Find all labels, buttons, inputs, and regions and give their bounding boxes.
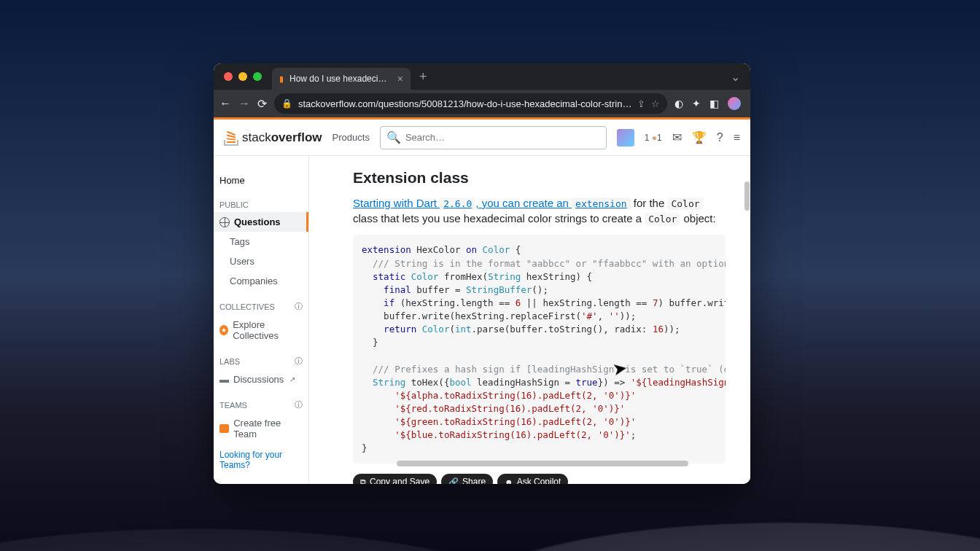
sidebar-labs-label: LABSⓘ bbox=[214, 345, 308, 370]
forward-button[interactable]: → bbox=[238, 97, 250, 110]
page-viewport: stackoverflow Products 🔍 1 ●1 ✉ 🏆 ? ≡ Ho… bbox=[214, 117, 750, 484]
minimize-window-button[interactable] bbox=[238, 72, 247, 81]
globe-icon bbox=[219, 217, 230, 227]
so-logo-icon bbox=[224, 130, 238, 146]
info-icon[interactable]: ⓘ bbox=[295, 301, 303, 312]
kebab-menu-icon[interactable]: ⋮ bbox=[750, 98, 750, 109]
products-link[interactable]: Products bbox=[332, 132, 370, 143]
code-scrollbar[interactable] bbox=[397, 461, 688, 466]
so-search[interactable]: 🔍 bbox=[380, 126, 607, 149]
site-switcher-icon[interactable]: ≡ bbox=[734, 131, 740, 144]
code-block-1[interactable]: extension HexColor on Color { /// String… bbox=[353, 235, 726, 464]
sidebar-users[interactable]: Users bbox=[214, 251, 308, 271]
extensions-icon[interactable]: ✦ bbox=[692, 98, 701, 109]
user-reputation[interactable]: 1 ●1 bbox=[645, 133, 662, 143]
sidebar-companies[interactable]: Companies bbox=[214, 271, 308, 291]
help-icon[interactable]: ? bbox=[717, 131, 723, 144]
so-logo[interactable]: stackoverflow bbox=[224, 130, 322, 146]
briefcase-icon bbox=[219, 424, 229, 433]
search-input[interactable] bbox=[405, 132, 600, 143]
url-bar[interactable]: 🔒 stackoverflow.com/questions/50081213/h… bbox=[274, 93, 667, 114]
inbox-icon[interactable]: ✉ bbox=[672, 130, 682, 144]
copy-icon: ⧉ bbox=[360, 477, 366, 484]
so-body: Home PUBLIC Questions Tags Users Compani… bbox=[214, 156, 750, 484]
toolbar-right: ◐ ✦ ◧ ⋮ bbox=[674, 97, 750, 110]
chat-icon: ▬ bbox=[219, 374, 229, 385]
sidebar-collectives-label: COLLECTIVESⓘ bbox=[214, 291, 308, 315]
tab-title: How do I use hexadecimal co bbox=[289, 74, 392, 84]
sidebar-tags[interactable]: Tags bbox=[214, 232, 308, 251]
sidebar-home[interactable]: Home bbox=[214, 171, 308, 190]
achievements-icon[interactable]: 🏆 bbox=[692, 130, 707, 144]
ask-copilot-button[interactable]: ☻Ask Copilot bbox=[497, 474, 568, 484]
copy-save-button[interactable]: ⧉Copy and Save bbox=[353, 474, 437, 484]
code-actions-row: ⧉Copy and Save 🔗Share ☻Ask Copilot bbox=[353, 474, 726, 484]
sidebar-discussions[interactable]: ▬ Discussions ↗ bbox=[214, 370, 308, 389]
sidebar-explore-label: Explore Collectives bbox=[233, 319, 303, 341]
window-controls bbox=[224, 72, 262, 81]
tab-favicon: ▮ bbox=[279, 74, 284, 84]
info-icon[interactable]: ⓘ bbox=[295, 399, 303, 410]
sidebar-public-label: PUBLIC bbox=[214, 190, 308, 212]
answer-content: Extension class Starting with Dart 2.6.0… bbox=[309, 156, 750, 484]
tabs-dropdown-icon[interactable]: ⌄ bbox=[731, 70, 740, 84]
close-window-button[interactable] bbox=[224, 72, 233, 81]
tab-bar: ▮ How do I use hexadecimal co × + ⌄ bbox=[214, 63, 750, 90]
left-sidebar: Home PUBLIC Questions Tags Users Compani… bbox=[214, 156, 309, 484]
header-right: 1 ●1 ✉ 🏆 ? ≡ bbox=[617, 129, 740, 146]
sidepanel-icon[interactable]: ◧ bbox=[709, 98, 719, 109]
sidebar-explore-collectives[interactable]: ★ Explore Collectives bbox=[214, 315, 308, 345]
profile-avatar-icon[interactable] bbox=[728, 97, 741, 110]
so-header: stackoverflow Products 🔍 1 ●1 ✉ 🏆 ? ≡ bbox=[214, 120, 750, 156]
browser-toolbar: ← → ⟳ 🔒 stackoverflow.com/questions/5008… bbox=[214, 90, 750, 117]
url-text: stackoverflow.com/questions/50081213/how… bbox=[298, 98, 631, 109]
sidebar-create-team-label: Create free Team bbox=[233, 418, 303, 439]
close-tab-button[interactable]: × bbox=[397, 73, 403, 85]
page-scrollbar[interactable] bbox=[744, 181, 750, 211]
sidebar-create-team[interactable]: Create free Team bbox=[214, 413, 308, 444]
user-avatar[interactable] bbox=[617, 129, 634, 146]
info-icon[interactable]: ⓘ bbox=[295, 356, 303, 367]
share-page-icon[interactable]: ⇪ bbox=[637, 98, 645, 109]
search-icon: 🔍 bbox=[386, 130, 401, 144]
maximize-window-button[interactable] bbox=[253, 72, 262, 81]
link-icon: 🔗 bbox=[448, 477, 459, 484]
sidebar-questions[interactable]: Questions bbox=[214, 212, 308, 232]
copilot-icon: ☻ bbox=[505, 477, 513, 484]
dart-extension-link[interactable]: Starting with Dart 2.6.0, you can create… bbox=[353, 197, 631, 209]
extension-icon-1[interactable]: ◐ bbox=[674, 98, 683, 109]
sidebar-looking-link[interactable]: Looking for your Teams? bbox=[214, 444, 308, 476]
answer-heading: Extension class bbox=[353, 169, 726, 187]
answer-paragraph-1: Starting with Dart 2.6.0, you can create… bbox=[353, 195, 726, 226]
browser-tab[interactable]: ▮ How do I use hexadecimal co × bbox=[272, 68, 411, 90]
new-tab-button[interactable]: + bbox=[419, 69, 427, 85]
sidebar-discussions-label: Discussions bbox=[233, 374, 284, 385]
lock-icon: 🔒 bbox=[281, 98, 292, 109]
share-button[interactable]: 🔗Share bbox=[441, 474, 493, 484]
browser-window: ▮ How do I use hexadecimal co × + ⌄ ← → … bbox=[214, 63, 750, 484]
star-icon: ★ bbox=[219, 325, 228, 335]
bookmark-icon[interactable]: ☆ bbox=[651, 98, 660, 109]
reload-button[interactable]: ⟳ bbox=[257, 97, 267, 111]
sidebar-questions-label: Questions bbox=[234, 216, 281, 227]
external-link-icon: ↗ bbox=[289, 375, 295, 383]
sidebar-teams-label: TEAMSⓘ bbox=[214, 389, 308, 413]
so-logo-text: stackoverflow bbox=[242, 130, 322, 145]
back-button[interactable]: ← bbox=[219, 97, 231, 110]
